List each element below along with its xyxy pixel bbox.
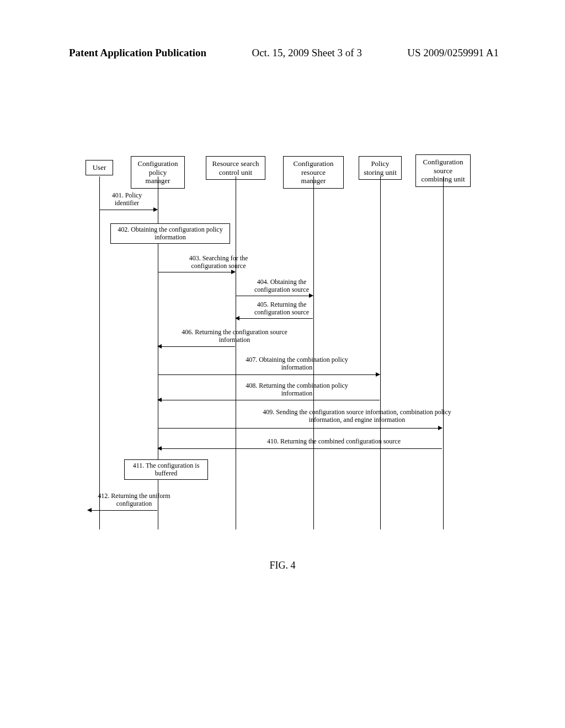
msg-409-label: 409. Sending the configuration source in…: [247, 408, 467, 424]
msg-407-arrow: [158, 374, 380, 375]
msg-412-arrow: [88, 510, 157, 511]
figure-label: FIG. 4: [0, 560, 565, 571]
sequence-diagram: User Configuration policy manager Resour…: [86, 154, 483, 529]
msg-410-label: 410. Returning the combined configuratio…: [243, 437, 425, 445]
lifeline-config-resource-manager: [313, 176, 314, 529]
msg-405-arrow: [236, 318, 313, 319]
msg-408-arrow: [158, 400, 380, 400]
msg-410-arrow: [158, 448, 442, 449]
msg-408-label: 408. Returning the combination policy in…: [231, 382, 363, 398]
msg-411-label: 411. The configuration is buffered: [124, 459, 208, 480]
msg-406-label: 406. Returning the configuration source …: [177, 328, 292, 344]
lifeline-user: [99, 176, 100, 529]
header-right: US 2009/0259991 A1: [407, 47, 499, 59]
msg-409-arrow: [158, 428, 442, 429]
msg-406-arrow: [158, 346, 235, 347]
msg-412-label: 412. Returning the uniform configuration: [95, 492, 173, 508]
msg-403-arrow: [158, 272, 235, 272]
msg-401-arrow: [99, 210, 157, 210]
lifeline-policy-storing: [380, 176, 381, 529]
lifeline-config-source-combining: [443, 176, 444, 529]
msg-404-label: 404. Obtaining the configuration source: [244, 278, 319, 294]
msg-404-arrow: [236, 296, 313, 296]
header-center: Oct. 15, 2009 Sheet 3 of 3: [252, 47, 361, 59]
msg-402-label: 402. Obtaining the configuration policy …: [110, 223, 230, 244]
msg-401-label: 401. Policy identifier: [105, 191, 149, 207]
lifeline-resource-search-control: [236, 176, 236, 529]
msg-405-label: 405. Returning the configuration source: [244, 301, 319, 317]
header-left: Patent Application Publication: [69, 47, 206, 59]
actor-user: User: [86, 160, 113, 175]
msg-407-label: 407. Obtaining the combination policy in…: [231, 356, 363, 372]
msg-403-label: 403. Searching for the configuration sou…: [178, 254, 259, 270]
